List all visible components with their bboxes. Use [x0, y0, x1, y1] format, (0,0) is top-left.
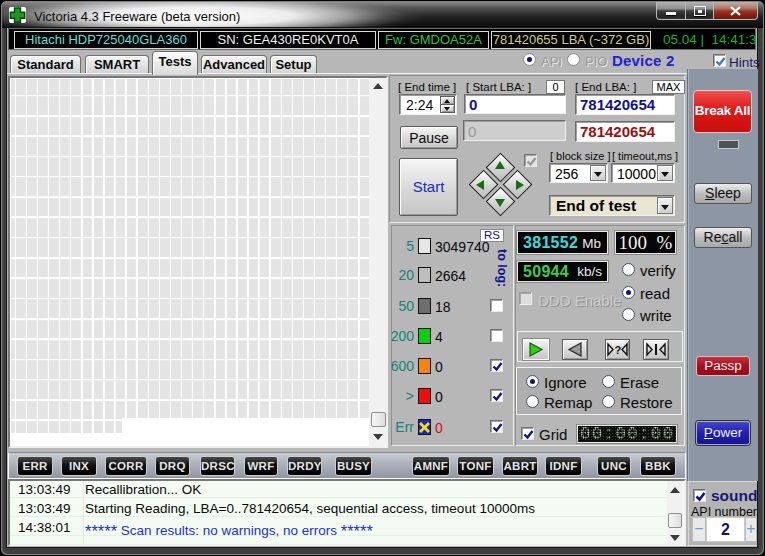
svg-text:?: ?: [615, 344, 622, 356]
